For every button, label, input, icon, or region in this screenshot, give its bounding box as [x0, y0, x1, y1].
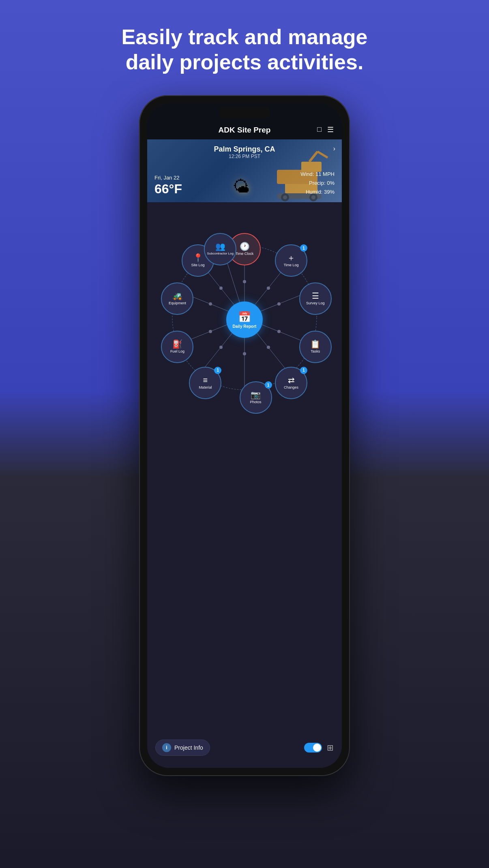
daily-report-button[interactable]: 📅 Daily Report — [226, 301, 263, 338]
site-log-label: Site Log — [191, 263, 204, 267]
survey-log-label: Survey Log — [306, 301, 325, 306]
subcontractor-log-icon: 👥 — [215, 242, 225, 250]
bottom-right: ⊞ — [304, 743, 334, 753]
equipment-label: Equipment — [169, 301, 186, 306]
headline-line2: daily projects activities. — [126, 50, 364, 74]
svg-point-25 — [277, 330, 281, 333]
svg-point-23 — [267, 286, 270, 290]
header-icons: □ ☰ — [317, 125, 334, 134]
weather-icon-area: 🌤 — [233, 177, 250, 197]
headline-line1: Easily track and manage — [122, 25, 368, 49]
weather-temp: 66°F — [154, 182, 182, 197]
app-title: ADK Site Prep — [219, 126, 271, 135]
weather-chevron-icon[interactable]: › — [333, 145, 335, 152]
changes-icon: ⇄ — [288, 376, 295, 384]
daily-report-icon: 📅 — [238, 311, 251, 323]
tasks-icon: 📋 — [310, 340, 320, 348]
svg-point-31 — [219, 286, 223, 290]
phone-frame: ADK Site Prep □ ☰ › — [139, 95, 350, 776]
weather-precip: Precip: 0% — [300, 179, 335, 188]
material-icon: ≡ — [203, 376, 208, 384]
menu-icon[interactable]: ☰ — [327, 125, 334, 134]
material-badge: 1 — [214, 367, 221, 374]
svg-point-29 — [209, 330, 212, 333]
changes-label: Changes — [284, 385, 298, 390]
weather-wind: Wind: 11 MPH — [300, 170, 335, 179]
svg-point-30 — [209, 302, 212, 306]
photos-label: Photos — [250, 400, 262, 404]
changes-badge: 1 — [300, 367, 307, 374]
time-clock-label: Time Clock — [236, 252, 254, 256]
survey-log-button[interactable]: ☰ Survey Log — [299, 282, 332, 315]
svg-point-22 — [243, 280, 246, 283]
weather-bottom: Fri, Jan 22 66°F 🌤 Wind: 11 MPH Precip: — [154, 170, 335, 197]
weather-left: Fri, Jan 22 66°F — [154, 175, 182, 197]
subcontractor-log-button[interactable]: 👥 Subcontractor Log — [204, 233, 236, 265]
view-toggle[interactable] — [304, 743, 322, 753]
weather-banner: › Palm Springs, CA 12:26 PM PST Fri, Jan… — [147, 139, 342, 202]
subcontractor-log-label: Subcontractor Log — [207, 252, 234, 256]
weather-content: › Palm Springs, CA 12:26 PM PST Fri, Jan… — [147, 139, 342, 202]
svg-point-26 — [267, 346, 270, 349]
equipment-button[interactable]: 🚜 Equipment — [161, 282, 193, 315]
time-log-label: Time Log — [283, 263, 298, 267]
site-log-icon: 📍 — [193, 254, 203, 262]
weather-time: 12:26 PM PST — [154, 154, 335, 159]
tasks-label: Tasks — [311, 349, 320, 354]
time-log-icon: ＋ — [287, 254, 295, 262]
material-label: Material — [199, 385, 212, 390]
time-log-button[interactable]: 1 ＋ Time Log — [275, 244, 307, 277]
svg-point-28 — [219, 346, 223, 349]
changes-button[interactable]: 1 ⇄ Changes — [275, 367, 307, 399]
tasks-button[interactable]: 📋 Tasks — [299, 331, 332, 363]
photos-button[interactable]: 1 📷 Photos — [240, 381, 272, 414]
fuel-log-label: Fuel Log — [170, 349, 184, 354]
photos-icon: 📷 — [251, 391, 261, 399]
fuel-log-icon: ⛽ — [172, 340, 182, 348]
svg-point-27 — [243, 352, 246, 355]
weather-right: Wind: 11 MPH Precip: 0% Humid: 39% — [300, 170, 335, 197]
daily-report-label: Daily Report — [233, 324, 257, 329]
time-clock-icon: 🕐 — [240, 242, 250, 250]
project-info-button[interactable]: i Project Info — [155, 740, 210, 756]
grid-view-icon[interactable]: ⊞ — [327, 743, 334, 753]
radial-menu: 📅 Daily Report 🕐 Time Clock 1 ＋ Time Log… — [151, 214, 338, 425]
weather-condition-icon: 🌤 — [233, 177, 250, 197]
info-icon: i — [162, 743, 171, 752]
weather-date: Fri, Jan 22 — [154, 175, 182, 181]
bottom-bar: i Project Info ⊞ — [147, 735, 342, 768]
svg-point-24 — [277, 302, 281, 306]
main-content: 📅 Daily Report 🕐 Time Clock 1 ＋ Time Log… — [147, 202, 342, 735]
photos-badge: 1 — [265, 381, 272, 389]
survey-log-icon: ☰ — [312, 292, 319, 300]
app-header: ADK Site Prep □ ☰ — [147, 103, 342, 139]
project-info-label: Project Info — [174, 744, 203, 751]
weather-location: Palm Springs, CA — [154, 145, 335, 154]
phone-screen: ADK Site Prep □ ☰ › — [147, 103, 342, 768]
time-log-badge: 1 — [300, 244, 307, 252]
headline: Easily track and manage daily projects a… — [89, 0, 400, 95]
message-icon[interactable]: □ — [317, 125, 322, 134]
material-button[interactable]: 1 ≡ Material — [189, 367, 221, 399]
equipment-icon: 🚜 — [172, 292, 182, 300]
fuel-log-button[interactable]: ⛽ Fuel Log — [161, 331, 193, 363]
weather-humid: Humid: 39% — [300, 188, 335, 197]
